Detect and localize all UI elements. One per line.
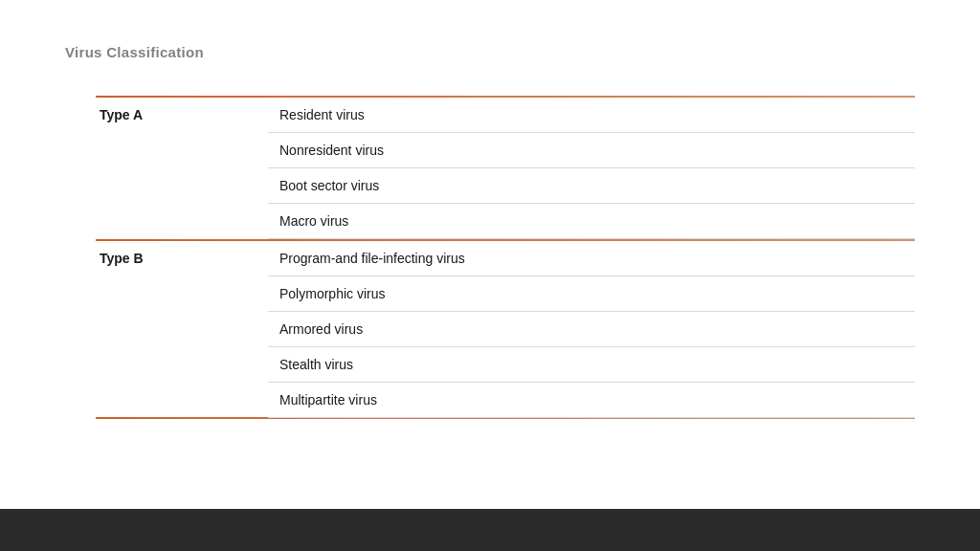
group-label-cell bbox=[96, 168, 268, 204]
table-row: Armored virus bbox=[96, 311, 915, 346]
table-row: Boot sector virus bbox=[96, 168, 915, 204]
item-cell: Armored virus bbox=[268, 311, 915, 346]
group-label-cell bbox=[96, 133, 268, 168]
group-label-cell bbox=[96, 346, 268, 382]
bottom-bar bbox=[0, 509, 980, 551]
table-row: Polymorphic virus bbox=[96, 276, 915, 311]
group-label-cell: Type A bbox=[96, 98, 268, 133]
item-cell: Nonresident virus bbox=[268, 133, 915, 168]
table-row: Type AResident virus bbox=[96, 98, 915, 133]
table-row: Macro virus bbox=[96, 204, 915, 239]
table-bottom-border bbox=[96, 417, 915, 419]
item-cell: Program-and file-infecting virus bbox=[268, 241, 915, 276]
item-cell: Resident virus bbox=[268, 98, 915, 133]
group-label-cell bbox=[96, 382, 268, 417]
table-row: Multipartite virus bbox=[96, 382, 915, 417]
table-row: Nonresident virus bbox=[96, 133, 915, 168]
table-row: Type BProgram-and file-infecting virus bbox=[96, 241, 915, 276]
item-cell: Multipartite virus bbox=[268, 382, 915, 417]
classification-table: Type AResident virusNonresident virusBoo… bbox=[96, 96, 915, 419]
group-label-cell: Type B bbox=[96, 241, 268, 276]
page-title: Virus Classification bbox=[65, 44, 204, 60]
item-cell: Boot sector virus bbox=[268, 168, 915, 204]
item-cell: Stealth virus bbox=[268, 346, 915, 382]
group-label-cell bbox=[96, 204, 268, 239]
item-cell: Polymorphic virus bbox=[268, 276, 915, 311]
item-cell: Macro virus bbox=[268, 204, 915, 239]
virus-table: Type AResident virusNonresident virusBoo… bbox=[96, 98, 915, 419]
table-row: Stealth virus bbox=[96, 346, 915, 382]
group-label-cell bbox=[96, 311, 268, 346]
group-label-cell bbox=[96, 276, 268, 311]
